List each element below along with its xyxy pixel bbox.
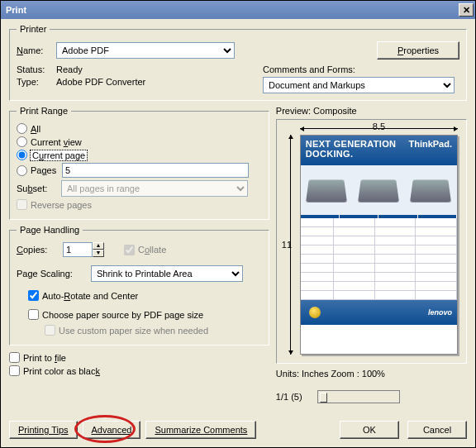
range-legend: Print Range [17,106,71,116]
type-label: Type: [17,77,56,87]
print-to-file-check[interactable] [9,352,20,363]
spin-down-icon[interactable]: ▼ [93,250,104,257]
print-color-black-check[interactable] [9,365,20,376]
radio-current-page[interactable] [17,150,27,160]
page-scaling-select[interactable]: Shrink to Printable Area [91,265,243,282]
page-info: 1/1 (5) [276,392,302,402]
printer-group: Printer Name: Adobe PDF Properties Statu… [9,24,467,101]
copies-label: Copies: [17,245,63,255]
custom-paper-check [45,325,55,336]
collate-check [124,245,135,255]
print-to-file-label: Print to file [23,353,66,363]
radio-all[interactable] [17,123,27,134]
close-icon: ✕ [463,5,470,16]
cancel-button[interactable]: Cancel [407,421,467,439]
ok-button[interactable]: OK [340,421,399,439]
copies-input[interactable] [63,242,93,257]
subset-label: Subset: [17,183,61,193]
bulb-icon [309,307,321,318]
radio-current-page-label: Current page [31,150,87,160]
doc-title: NEXT GENERATION DOCKING. [306,139,409,159]
page-handling-group: Page Handling Copies: ▲▼ Collate Page Sc… [9,225,269,346]
copies-spinner[interactable]: ▲▼ [63,242,104,257]
reverse-pages-label: Reverse pages [31,200,92,210]
lenovo-logo: lenovo [428,308,452,317]
preview-box: 8.5 11 NEXT GENERATION DOCKING. ThinkPad… [276,119,467,364]
printing-tips-button[interactable]: Printing Tips [9,421,78,439]
subset-select: All pages in range [61,180,248,197]
radio-current-view[interactable] [17,136,27,147]
type-value: Adobe PDF Converter [56,77,145,87]
pages-input[interactable] [62,163,249,178]
print-dialog: Print ✕ Printer Name: Adobe PDF Properti… [0,0,476,448]
preview-label: Preview: Composite [276,106,467,116]
printer-name-select[interactable]: Adobe PDF [56,42,235,59]
properties-button[interactable]: Properties [377,41,459,60]
auto-rotate-label: Auto-Rotate and Center [42,291,138,301]
advanced-button[interactable]: Advanced [83,421,141,439]
preview-width: 8.5 [300,122,458,131]
radio-all-label: All [31,124,40,134]
spin-up-icon[interactable]: ▲ [93,242,104,250]
scaling-label: Page Scaling: [17,269,91,279]
choose-source-label: Choose paper source by PDF page size [42,310,203,320]
choose-source-check[interactable] [28,309,39,320]
arrow-h-icon [300,128,458,129]
handling-legend: Page Handling [17,225,83,235]
collate-label: Collate [138,245,166,255]
footer: Printing Tips Advanced Summarize Comment… [9,421,467,439]
thinkpad-logo: ThinkPad. [408,139,452,149]
print-range-group: Print Range All Current view Current pag… [9,106,269,220]
printer-legend: Printer [17,24,50,34]
reverse-pages-check [17,199,27,210]
status-label: Status: [17,64,56,74]
radio-pages[interactable] [17,165,27,176]
comments-label: Comments and Forms: [263,64,459,74]
comments-select[interactable]: Document and Markups [263,77,455,93]
units-zoom: Units: Inches Zoom : 100% [276,369,467,379]
arrow-v-icon [290,135,291,355]
page-slider[interactable] [317,390,400,403]
preview-page: NEXT GENERATION DOCKING. ThinkPad. [300,135,458,355]
print-color-black-label: Print color as black [23,366,100,376]
name-label: Name: [17,45,56,55]
status-value: Ready [56,64,83,74]
radio-current-view-label: Current view [31,137,82,147]
titlebar: Print ✕ [1,1,475,19]
auto-rotate-check[interactable] [28,290,39,301]
close-button[interactable]: ✕ [459,3,474,17]
window-title: Print [6,5,26,15]
radio-pages-label: Pages [31,165,62,175]
custom-paper-label: Use custom paper size when needed [59,326,208,336]
summarize-comments-button[interactable]: Summarize Comments [145,421,256,439]
